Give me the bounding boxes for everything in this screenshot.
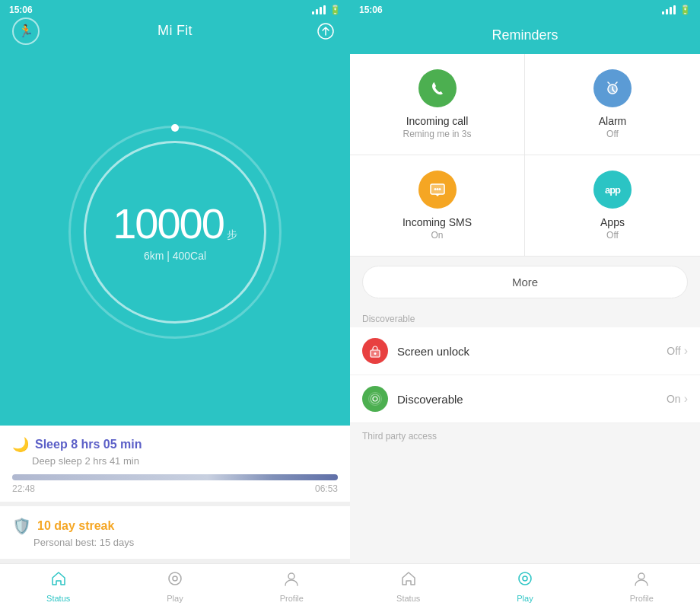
discoverable-section-label: Discoverable: [350, 308, 700, 327]
left-nav-profile-label: Profile: [280, 594, 304, 603]
alarm-name: Alarm: [599, 115, 627, 127]
right-signal-icon: [662, 5, 676, 14]
right-nav-profile-label: Profile: [630, 594, 654, 603]
svg-point-10: [438, 188, 441, 190]
sms-icon: [418, 171, 457, 209]
screen-unlock-row[interactable]: Screen unlock Off ›: [350, 327, 700, 375]
third-party-label: Third party access: [350, 423, 700, 445]
reminder-alarm[interactable]: Alarm Off: [525, 54, 700, 155]
discoverable-value: On: [667, 393, 681, 405]
apps-status: Off: [606, 230, 619, 241]
status-icons: 🔋: [312, 5, 341, 15]
more-button[interactable]: More: [362, 266, 688, 298]
streak-title: 10 day streak: [37, 519, 114, 533]
alarm-icon: [593, 69, 632, 107]
left-nav-profile[interactable]: Profile: [234, 564, 350, 609]
left-nav-play[interactable]: Play: [116, 564, 233, 609]
sleep-icon: 🌙: [12, 436, 29, 453]
svg-point-1: [169, 572, 181, 585]
right-status-icons: 🔋: [662, 5, 691, 15]
app-title: Mi Fit: [158, 23, 192, 39]
sleep-start: 22:48: [12, 483, 35, 494]
discoverable-name: Discoverable: [397, 393, 667, 406]
right-bottom-nav: Status Play Profile: [350, 563, 700, 609]
right-battery-icon: 🔋: [679, 5, 691, 15]
step-circle-inner: 10000 步 6km | 400Cal: [84, 141, 266, 324]
incoming-call-status: Reming me in 3s: [402, 129, 471, 139]
sleep-section: 🌙 Sleep 8 hrs 05 min Deep sleep 2 hrs 41…: [0, 426, 350, 506]
sleep-header: 🌙 Sleep 8 hrs 05 min: [12, 436, 338, 453]
chevron-right-icon-2: ›: [684, 392, 688, 406]
right-header: Reminders: [350, 20, 700, 54]
sleep-end: 06:53: [315, 483, 338, 494]
right-nav-play[interactable]: Play: [466, 564, 583, 609]
svg-point-2: [173, 576, 177, 581]
right-status-bar: 15:06 🔋: [350, 0, 700, 20]
sleep-subtitle: Deep sleep 2 hrs 41 min: [32, 455, 338, 467]
sleep-bar: [12, 474, 338, 480]
right-panel: 15:06 🔋 Reminders Incoming call Reming m…: [350, 0, 700, 609]
left-nav-status[interactable]: Status: [0, 564, 116, 609]
screen-unlock-value: Off: [667, 345, 680, 357]
left-nav-play-label: Play: [167, 594, 183, 603]
sleep-bar-container: [12, 474, 338, 480]
profile-icon: [283, 570, 300, 591]
reminder-apps[interactable]: app Apps Off: [525, 155, 700, 256]
svg-point-3: [288, 573, 294, 579]
share-icon[interactable]: [313, 19, 338, 43]
left-time: 15:06: [9, 5, 33, 15]
right-nav-profile[interactable]: Profile: [584, 564, 700, 609]
streak-icon: 🛡️: [12, 517, 31, 535]
streak-section: 🛡️ 10 day streak Personal best: 15 days: [0, 506, 350, 563]
streak-header: 🛡️ 10 day streak: [12, 517, 338, 535]
sleep-times: 22:48 06:53: [12, 483, 338, 494]
reminders-title: Reminders: [492, 27, 558, 43]
step-count: 10000: [113, 202, 224, 245]
svg-point-15: [371, 394, 380, 403]
left-panel: 15:06 🔋 🏃 Mi Fit: [0, 0, 350, 609]
sleep-title-prefix: Sleep: [35, 438, 71, 451]
dot-indicator: [171, 124, 179, 132]
step-meta: 6km | 400Cal: [144, 250, 206, 262]
step-circle-container: 10000 步 6km | 400Cal: [0, 46, 350, 426]
more-button-container: More: [350, 257, 700, 308]
left-bottom-nav: Status Play Profile: [0, 563, 350, 609]
step-unit: 步: [227, 228, 237, 242]
left-nav-status-label: Status: [46, 594, 70, 603]
right-nav-status[interactable]: Status: [350, 564, 466, 609]
right-play-icon: [517, 570, 533, 591]
alarm-status: Off: [606, 129, 619, 139]
incoming-call-name: Incoming call: [406, 115, 469, 127]
sleep-duration: 8 hrs 05 min: [71, 438, 142, 451]
right-nav-status-label: Status: [396, 594, 420, 603]
right-profile-icon: [633, 570, 650, 591]
sleep-title: Sleep 8 hrs 05 min: [35, 438, 142, 451]
screen-unlock-name: Screen unlock: [397, 345, 667, 358]
right-time: 15:06: [359, 5, 383, 15]
left-status-bar: 15:06 🔋: [0, 0, 350, 20]
sms-status: On: [431, 230, 443, 241]
home-icon: [50, 570, 67, 591]
svg-point-17: [519, 572, 531, 585]
signal-icon: [312, 5, 326, 14]
right-home-icon: [400, 570, 417, 591]
svg-point-9: [436, 188, 438, 190]
streak-subtitle: Personal best: 15 days: [33, 537, 338, 548]
apps-icon: app: [593, 171, 632, 209]
chevron-right-icon: ›: [684, 344, 688, 358]
sms-name: Incoming SMS: [402, 216, 472, 228]
discoverable-row[interactable]: Discoverable On ›: [350, 375, 700, 423]
reminder-sms[interactable]: Incoming SMS On: [350, 155, 525, 256]
reminder-incoming-call[interactable]: Incoming call Reming me in 3s: [350, 54, 525, 155]
left-bottom: 🌙 Sleep 8 hrs 05 min Deep sleep 2 hrs 41…: [0, 426, 350, 609]
right-nav-play-label: Play: [517, 594, 533, 603]
battery-icon: 🔋: [329, 5, 341, 15]
phone-icon: [418, 69, 457, 107]
reminders-grid: Incoming call Reming me in 3s Alarm Off: [350, 54, 700, 257]
lock-icon: [362, 338, 388, 364]
svg-point-18: [523, 576, 527, 581]
svg-point-8: [434, 188, 436, 190]
step-count-row: 10000 步: [113, 202, 237, 245]
run-icon[interactable]: 🏃: [12, 18, 40, 45]
svg-point-13: [374, 352, 377, 355]
